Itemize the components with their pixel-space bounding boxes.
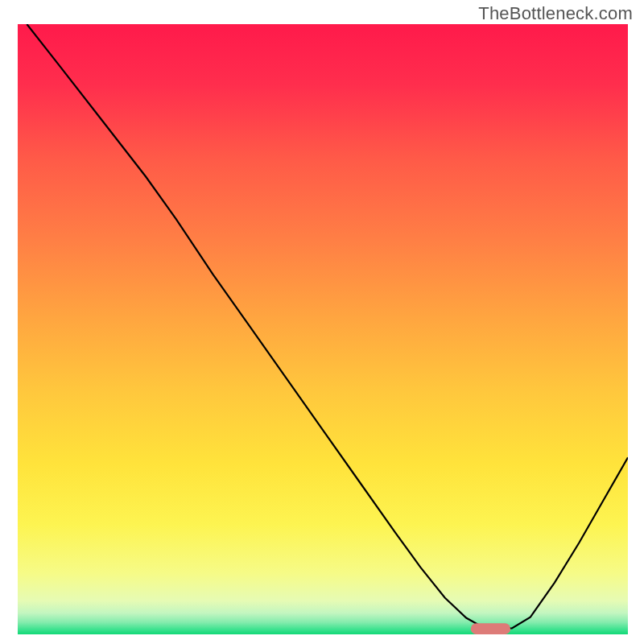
chart-plot-area bbox=[18, 24, 628, 634]
optimal-range-marker bbox=[471, 623, 510, 634]
chart-background bbox=[18, 24, 628, 634]
watermark-text: TheBottleneck.com bbox=[478, 3, 633, 24]
chart-svg bbox=[18, 24, 628, 634]
